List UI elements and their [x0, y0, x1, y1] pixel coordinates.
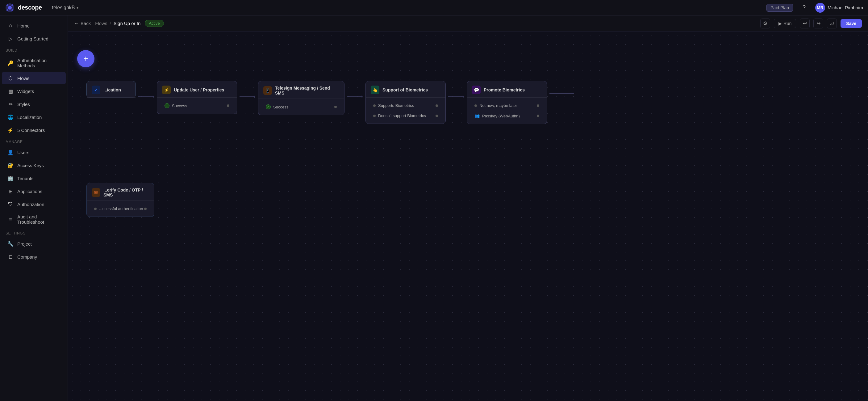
node-verification[interactable]: ✔ ...ication	[87, 81, 136, 98]
node-promote-row-passkey[interactable]: 👥 Passkey (WebAuthn)	[469, 111, 544, 121]
undo-button[interactable]: ↩	[800, 19, 810, 28]
redo-button[interactable]: ↪	[813, 19, 823, 28]
node-support-biometrics[interactable]: 👆 Support of Biometrics Supports Biometr…	[366, 81, 446, 124]
company-icon: ⊡	[7, 254, 13, 260]
node-support-title: Support of Biometrics	[382, 87, 428, 92]
flow-name: Sign Up or In	[114, 21, 141, 26]
back-button[interactable]: ← Back	[74, 21, 91, 26]
sidebar-item-home[interactable]: ⌂ Home	[2, 20, 66, 32]
tenant-selector[interactable]: telesignkB ▾	[52, 5, 79, 10]
tenants-icon: 🏢	[7, 175, 13, 181]
row-content: 👥 Passkey (WebAuthn)	[474, 113, 520, 118]
connector-dot	[373, 115, 376, 117]
sidebar-item-tenants[interactable]: 🏢 Tenants	[2, 172, 66, 184]
run-icon: ▶	[778, 21, 782, 26]
arrow-4: ›	[446, 93, 467, 100]
run-button[interactable]: ▶ Run	[774, 19, 796, 28]
sidebar-item-styles[interactable]: ✏ Styles	[2, 98, 66, 110]
node-support-header: 👆 Support of Biometrics	[366, 81, 445, 97]
users-icon: 👤	[7, 149, 13, 155]
node-update-title: Update User / Properties	[174, 87, 224, 92]
sidebar-item-audit[interactable]: ≡ Audit and Troubleshoot	[2, 211, 66, 228]
node-update-row-success[interactable]: ✓ Success	[160, 101, 234, 111]
node-telesign-messaging[interactable]: 📱 Telesign Messaging / Send SMS ✓ Succes…	[258, 81, 344, 115]
sidebar-item-flows[interactable]: ⬡ Flows	[2, 72, 66, 84]
node-verification-header: ✔ ...ication	[87, 81, 135, 97]
sidebar-item-widgets[interactable]: ▦ Widgets	[2, 85, 66, 97]
flow-nodes-bottom: ✉ ...erify Code / OTP / SMS ...ccessful …	[87, 183, 154, 217]
connectors-icon: ⚡	[7, 127, 13, 133]
sidebar: ⌂ Home ▷ Getting Started Build 🔑 Authent…	[0, 16, 68, 401]
add-node-button[interactable]: +	[77, 50, 94, 67]
row-connector-dot	[144, 208, 147, 210]
row-label: Passkey (WebAuthn)	[482, 114, 520, 118]
arrow-1: ›	[136, 93, 157, 100]
node-support-icon: 👆	[371, 86, 379, 94]
node-telesign-rows: ✓ Success	[258, 99, 344, 115]
row-connector-dot	[227, 105, 229, 107]
flows-breadcrumb-link[interactable]: Flows	[95, 21, 107, 26]
paid-plan-badge[interactable]: Paid Plan	[767, 4, 793, 12]
node-update-user-properties[interactable]: ⚡ Update User / Properties ✓ Success	[157, 81, 237, 114]
node-support-rows: Supports Biometrics Doesn't support Biom…	[366, 97, 445, 123]
svg-point-3	[11, 4, 13, 6]
auth-methods-icon: 🔑	[7, 60, 13, 66]
success-icon: ✓	[164, 103, 169, 108]
sidebar-item-getting-started[interactable]: ▷ Getting Started	[2, 32, 66, 45]
node-support-row-doesnt[interactable]: Doesn't support Biometrics	[368, 111, 443, 120]
arrow-head-1: ›	[153, 93, 154, 100]
sidebar-item-company[interactable]: ⊡ Company	[2, 251, 66, 263]
node-verify-code[interactable]: ✉ ...erify Code / OTP / SMS ...ccessful …	[87, 183, 154, 217]
user-menu[interactable]: MR Michael Rimboim	[815, 3, 863, 13]
node-promote-rows: Not now, maybe later 👥 Passkey (WebAuthn…	[467, 97, 547, 124]
save-button[interactable]: Save	[840, 19, 862, 28]
sidebar-item-label: Users	[17, 150, 29, 155]
sidebar-item-label: Localization	[17, 115, 42, 120]
logo-text: descope	[18, 4, 42, 11]
row-label: Not now, maybe later	[479, 103, 517, 108]
node-telesign-row-success[interactable]: ✓ Success	[261, 102, 342, 112]
help-button[interactable]: ?	[799, 3, 809, 13]
logo[interactable]: descope	[5, 3, 42, 13]
arrow-head-2: ›	[254, 93, 256, 100]
flow-settings-button[interactable]: ⚙	[760, 19, 770, 28]
tenant-name: telesignkB	[52, 5, 75, 10]
node-promote-header: 💬 Promote Biometrics	[467, 81, 547, 97]
node-telesign-title: Telesign Messaging / Send SMS	[275, 86, 339, 95]
sidebar-item-label: Access Keys	[17, 163, 44, 168]
flow-canvas[interactable]: + ✔ ...ication › ⚡	[68, 31, 868, 401]
node-promote-row-not-now[interactable]: Not now, maybe later	[469, 101, 544, 110]
sidebar-item-project[interactable]: 🔧 Project	[2, 237, 66, 250]
sidebar-item-authorization[interactable]: 🛡 Authorization	[2, 198, 66, 210]
more-options-button[interactable]: ⇄	[827, 19, 837, 28]
sidebar-item-connectors[interactable]: ⚡ 5 Connectors	[2, 124, 66, 136]
sidebar-item-applications[interactable]: ⊞ Applications	[2, 185, 66, 197]
more-icon: ⇄	[830, 20, 834, 26]
audit-icon: ≡	[7, 216, 13, 223]
sidebar-item-users[interactable]: 👤 Users	[2, 146, 66, 159]
sidebar-item-label: Audit and Troubleshoot	[17, 214, 60, 225]
arrow-2: ›	[237, 93, 258, 100]
row-label: Success	[273, 105, 288, 109]
sidebar-item-label: Applications	[17, 189, 42, 194]
node-verify-row-auth[interactable]: ...ccessful authentication	[89, 204, 152, 213]
topbar: descope telesignkB ▾ Paid Plan ? MR Mich…	[0, 0, 868, 16]
node-promote-biometrics[interactable]: 💬 Promote Biometrics Not now, maybe late…	[467, 81, 547, 124]
access-keys-icon: 🔐	[7, 162, 13, 168]
row-content: ...ccessful authentication	[94, 206, 143, 211]
tenant-chevron-icon: ▾	[76, 5, 79, 10]
connector-dot	[94, 208, 97, 210]
sidebar-item-label: Getting Started	[17, 36, 49, 41]
sidebar-item-localization[interactable]: 🌐 Localization	[2, 111, 66, 123]
node-verify-header: ✉ ...erify Code / OTP / SMS	[87, 183, 154, 201]
row-label: Doesn't support Biometrics	[378, 113, 426, 118]
settings-section-label: Settings	[0, 228, 68, 237]
svg-point-2	[6, 4, 8, 6]
sidebar-item-label: Widgets	[17, 89, 34, 94]
node-update-header: ⚡ Update User / Properties	[157, 81, 237, 97]
node-support-row-supports[interactable]: Supports Biometrics	[368, 101, 443, 110]
topbar-divider	[47, 4, 47, 11]
sidebar-item-authentication-methods[interactable]: 🔑 Authentication Methods	[2, 55, 66, 71]
widgets-icon: ▦	[7, 88, 13, 94]
sidebar-item-access-keys[interactable]: 🔐 Access Keys	[2, 159, 66, 171]
